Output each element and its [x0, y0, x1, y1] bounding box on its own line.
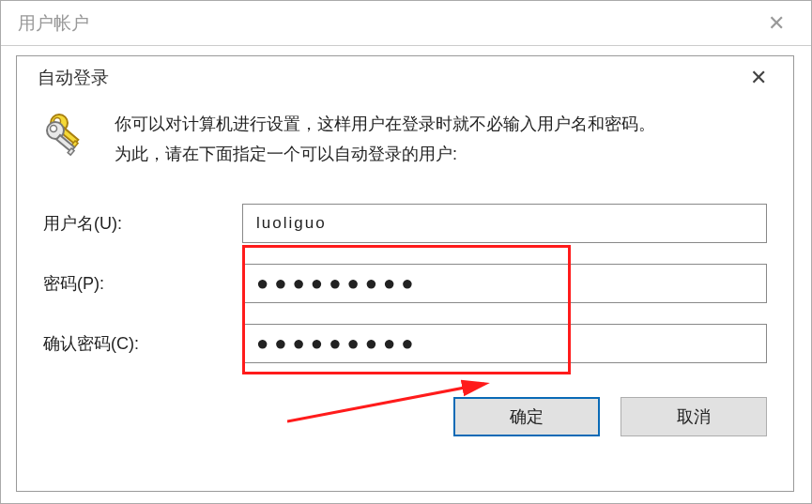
keys-icon [43, 109, 94, 160]
info-line1: 你可以对计算机进行设置，这样用户在登录时就不必输入用户名和密码。 [115, 115, 655, 133]
password-label: 密码(P): [43, 272, 231, 295]
password-row: 密码(P): [43, 264, 767, 303]
confirm-password-label: 确认密码(C): [43, 332, 231, 355]
password-input[interactable] [242, 264, 767, 303]
modal-close-icon[interactable]: ✕ [741, 62, 776, 94]
svg-point-5 [51, 126, 57, 132]
parent-title: 用户帐户 [18, 11, 89, 36]
form-area: 用户名(U): 密码(P): 确认密码(C): [43, 198, 767, 363]
modal-body: 你可以对计算机进行设置，这样用户在登录时就不必输入用户名和密码。 为此，请在下面… [17, 99, 793, 436]
parent-titlebar: 用户帐户 ✕ [1, 1, 811, 46]
auto-login-dialog: 自动登录 ✕ [16, 55, 794, 492]
user-accounts-window: 用户帐户 ✕ 自动登录 ✕ [0, 0, 812, 504]
username-label: 用户名(U): [43, 212, 231, 235]
username-row: 用户名(U): [43, 204, 767, 243]
modal-title: 自动登录 [38, 66, 109, 90]
username-input[interactable] [242, 204, 767, 243]
modal-titlebar: 自动登录 ✕ [17, 56, 793, 99]
confirm-password-row: 确认密码(C): [43, 324, 767, 363]
ok-button[interactable]: 确定 [453, 397, 600, 436]
info-row: 你可以对计算机进行设置，这样用户在登录时就不必输入用户名和密码。 为此，请在下面… [43, 107, 767, 170]
button-row: 确定 取消 [43, 384, 767, 436]
info-line2: 为此，请在下面指定一个可以自动登录的用户: [115, 145, 457, 163]
cancel-button[interactable]: 取消 [620, 397, 767, 436]
info-text: 你可以对计算机进行设置，这样用户在登录时就不必输入用户名和密码。 为此，请在下面… [115, 107, 655, 170]
parent-close-icon[interactable]: ✕ [758, 8, 794, 39]
confirm-password-input[interactable] [242, 324, 767, 363]
